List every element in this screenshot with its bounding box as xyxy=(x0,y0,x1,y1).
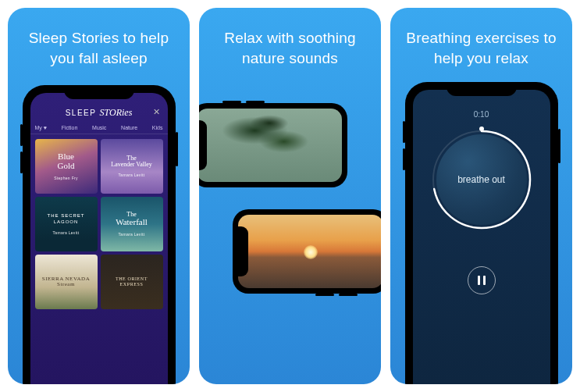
story-card-waterfall[interactable]: The Waterfall Tamara Levitt xyxy=(101,197,163,251)
breathe-circle[interactable]: breathe out xyxy=(429,127,534,232)
screen-title: SLEEP STORies ✕ xyxy=(30,93,168,119)
story-grid: Blue Gold Stephen Fry The Lavender Valle… xyxy=(30,134,168,314)
phone-mockup: SLEEP STORies ✕ My ♥ Fiction Music Natur… xyxy=(23,85,176,384)
headline-text: Sleep Stories to help you fall asleep xyxy=(8,8,190,68)
app-screen-sleep-stories: SLEEP STORies ✕ My ♥ Fiction Music Natur… xyxy=(30,93,168,384)
story-card-blue-gold[interactable]: Blue Gold Stephen Fry xyxy=(35,139,98,194)
breathe-instruction: breathe out xyxy=(436,134,527,225)
tab-favorites[interactable]: My ♥ xyxy=(35,125,47,130)
pause-button[interactable] xyxy=(468,266,496,294)
story-card-orient-express[interactable]: THE ORIENT EXPRESS xyxy=(101,255,163,309)
phone-mockup: 0:10 breathe out xyxy=(405,82,558,384)
screenshot-panel-sleep-stories: Sleep Stories to help you fall asleep SL… xyxy=(8,8,190,384)
tab-nature[interactable]: Nature xyxy=(121,125,137,130)
tab-kids[interactable]: Kids xyxy=(152,125,163,130)
close-icon[interactable]: ✕ xyxy=(153,107,162,117)
story-card-secret-lagoon[interactable]: THE SECRET LAGOON Tamara Levitt xyxy=(35,197,98,251)
breathe-timer: 0:10 xyxy=(474,110,489,119)
app-screen-breathe: 0:10 breathe out xyxy=(413,90,550,384)
nature-scene-beach-sunset[interactable] xyxy=(238,215,381,288)
story-card-lavender-valley[interactable]: The Lavender Valley Tamara Levitt xyxy=(101,139,163,194)
progress-start-marker-icon xyxy=(479,127,484,131)
category-tabs: My ♥ Fiction Music Nature Kids xyxy=(30,119,168,134)
tab-fiction[interactable]: Fiction xyxy=(62,125,78,130)
headline-text: Relax with soothing nature sounds xyxy=(199,8,381,68)
screenshot-panel-nature-sounds: Relax with soothing nature sounds xyxy=(199,8,381,384)
pause-icon xyxy=(478,276,486,285)
phone-mockup-landscape-sunset xyxy=(233,209,381,294)
story-card-sierra-nevada[interactable]: SIERRA NEVADA Stream xyxy=(35,255,98,309)
nature-scene-rain-leaves[interactable] xyxy=(199,109,342,182)
headline-text: Breathing exercises to help you relax xyxy=(390,8,572,68)
screenshot-panel-breathing: Breathing exercises to help you relax 0:… xyxy=(390,8,572,384)
phone-mockup-landscape-rain xyxy=(199,103,347,187)
tab-music[interactable]: Music xyxy=(92,125,106,130)
